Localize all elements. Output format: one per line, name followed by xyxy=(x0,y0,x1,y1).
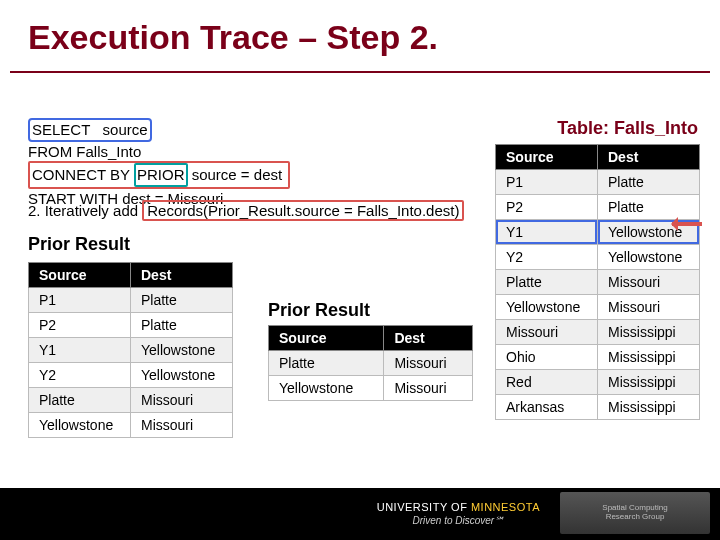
table-row: Y2Yellowstone xyxy=(29,363,233,388)
falls-into-heading: Table: Falls_Into xyxy=(557,118,698,139)
cell: Missouri xyxy=(496,320,598,345)
cell: Mississippi xyxy=(598,320,700,345)
cell: Platte xyxy=(598,195,700,220)
table-row: YellowstoneMissouri xyxy=(269,376,473,401)
page-title: Execution Trace – Step 2. xyxy=(0,0,720,71)
footer: UNIVERSITY OF MINNESOTA Driven to Discov… xyxy=(0,488,720,540)
table-row: Y1Yellowstone xyxy=(496,220,700,245)
step-description: 2. Iteratively add Records(Prior_Result.… xyxy=(28,200,464,221)
footer-university: UNIVERSITY OF MINNESOTA Driven to Discov… xyxy=(377,501,540,527)
cell: Missouri xyxy=(598,270,700,295)
cell: Yellowstone xyxy=(269,376,384,401)
footer-uni-pre: UNIVERSITY OF xyxy=(377,501,468,513)
sql-from: FROM Falls_Into xyxy=(28,143,141,160)
cell: P1 xyxy=(29,288,131,313)
table-row: P1Platte xyxy=(29,288,233,313)
col-dest: Dest xyxy=(598,145,700,170)
cell: Ohio xyxy=(496,345,598,370)
cell: Arkansas xyxy=(496,395,598,420)
table-row: ArkansasMississippi xyxy=(496,395,700,420)
sql-select-kw: SELECT xyxy=(32,121,90,138)
cell: Platte xyxy=(131,288,233,313)
table-row: OhioMississippi xyxy=(496,345,700,370)
cell: Platte xyxy=(496,270,598,295)
table-row: Y1Yellowstone xyxy=(29,338,233,363)
table-row: PlatteMissouri xyxy=(29,388,233,413)
step-prefix: 2. Iteratively add xyxy=(28,202,138,219)
prior-result-heading-2: Prior Result xyxy=(268,300,370,321)
table-row: RedMississippi xyxy=(496,370,700,395)
table-row: Y2Yellowstone xyxy=(496,245,700,270)
cell: Mississippi xyxy=(598,370,700,395)
cell: Platte xyxy=(598,170,700,195)
cell: Yellowstone xyxy=(131,363,233,388)
cell: P2 xyxy=(29,313,131,338)
cell: Missouri xyxy=(131,413,233,438)
prior-result-table-1: Source Dest P1Platte P2Platte Y1Yellowst… xyxy=(28,262,233,438)
cell: Missouri xyxy=(598,295,700,320)
col-source: Source xyxy=(29,263,131,288)
table-row: MissouriMississippi xyxy=(496,320,700,345)
sql-source-col: source xyxy=(103,121,148,138)
col-source: Source xyxy=(496,145,598,170)
prior-result-heading-1: Prior Result xyxy=(28,234,130,255)
cell: Red xyxy=(496,370,598,395)
sql-connect-post: source = dest xyxy=(192,166,282,183)
sql-connect-pre: CONNECT BY xyxy=(32,166,130,183)
cell: Y1 xyxy=(29,338,131,363)
footer-logo: Spatial Computing Research Group xyxy=(560,492,710,534)
cell: Yellowstone xyxy=(598,245,700,270)
footer-tagline: Driven to Discover℠ xyxy=(377,515,540,528)
sql-connect-line: CONNECT BY PRIOR source = dest xyxy=(28,161,290,189)
cell: Y2 xyxy=(29,363,131,388)
table-row: PlatteMissouri xyxy=(496,270,700,295)
sql-block: SELECT source FROM Falls_Into CONNECT BY… xyxy=(28,118,290,208)
table-row: P1Platte xyxy=(496,170,700,195)
prior-result-table-2: Source Dest PlatteMissouri YellowstoneMi… xyxy=(268,325,473,401)
cell: Missouri xyxy=(131,388,233,413)
cell: Yellowstone xyxy=(598,220,700,245)
footer-logo-line2: Research Group xyxy=(606,513,665,522)
cell: P2 xyxy=(496,195,598,220)
sql-prior-kw: PRIOR xyxy=(134,163,188,187)
table-row: PlatteMissouri xyxy=(269,351,473,376)
cell: Mississippi xyxy=(598,345,700,370)
divider xyxy=(10,71,710,73)
step-condition-box: Records(Prior_Result.source = Falls_Into… xyxy=(142,200,464,221)
falls-into-table: Source Dest P1Platte P2Platte Y1Yellowst… xyxy=(495,144,700,420)
table-row: YellowstoneMissouri xyxy=(496,295,700,320)
table-row: YellowstoneMissouri xyxy=(29,413,233,438)
table-row: P2Platte xyxy=(29,313,233,338)
col-dest: Dest xyxy=(131,263,233,288)
cell: Platte xyxy=(29,388,131,413)
col-source: Source xyxy=(269,326,384,351)
table-row: P2Platte xyxy=(496,195,700,220)
cell: P1 xyxy=(496,170,598,195)
footer-uni-main: MINNESOTA xyxy=(471,501,540,513)
cell: Y2 xyxy=(496,245,598,270)
cell: Platte xyxy=(131,313,233,338)
cell: Platte xyxy=(269,351,384,376)
cell: Yellowstone xyxy=(131,338,233,363)
cell: Missouri xyxy=(384,376,473,401)
col-dest: Dest xyxy=(384,326,473,351)
cell: Yellowstone xyxy=(29,413,131,438)
cell: Mississippi xyxy=(598,395,700,420)
cell: Missouri xyxy=(384,351,473,376)
cell: Y1 xyxy=(496,220,598,245)
cell: Yellowstone xyxy=(496,295,598,320)
